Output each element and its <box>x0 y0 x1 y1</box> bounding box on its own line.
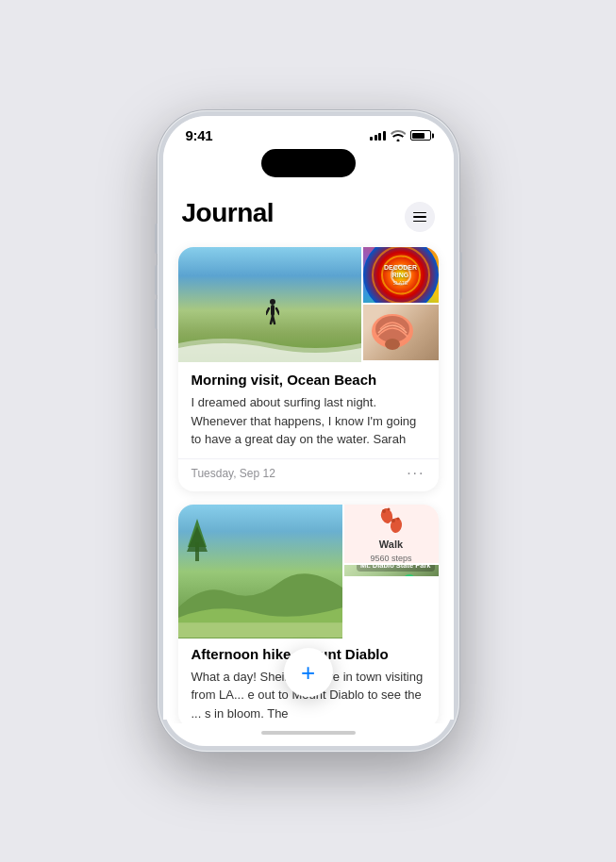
photo-collage-1: DECODERRING SLATE <box>178 247 439 360</box>
more-button-1[interactable]: ··· <box>407 465 425 482</box>
menu-button[interactable] <box>405 202 435 232</box>
walk-label: Walk <box>379 539 403 550</box>
svg-marker-16 <box>187 526 208 552</box>
entry1-date: Tuesday, Sep 12 <box>191 467 275 480</box>
collage2-right: Walk 9560 steps <box>344 505 439 571</box>
walk-tile: Walk 9560 steps <box>344 505 439 563</box>
app-header: Journal <box>163 183 454 240</box>
svg-rect-13 <box>178 623 342 638</box>
svg-line-3 <box>276 308 279 314</box>
new-entry-button[interactable]: + <box>284 648 333 697</box>
beach-photo <box>178 247 361 362</box>
page-title: Journal <box>182 198 275 228</box>
entry1-title: Morning visit, Ocean Beach <box>191 372 425 388</box>
right-col-photos: DECODERRING SLATE <box>363 247 439 304</box>
battery-icon <box>410 130 431 141</box>
map-pin-icon <box>401 574 418 576</box>
map-label: Mt. Diablo State Park <box>357 565 435 572</box>
entry1-content: Morning visit, Ocean Beach I dreamed abo… <box>178 360 439 458</box>
app-content: Journal <box>163 183 454 723</box>
home-indicator-area <box>163 723 454 746</box>
plus-icon: + <box>301 660 315 685</box>
status-bar: 9:41 <box>163 116 454 149</box>
signal-icon <box>370 131 386 141</box>
status-icons <box>370 130 431 141</box>
wifi-icon <box>391 130 406 141</box>
svg-point-12 <box>385 339 400 350</box>
decoder-ring-photo: DECODERRING SLATE <box>363 247 439 303</box>
status-time: 9:41 <box>186 127 213 143</box>
diablo-photo <box>178 505 342 638</box>
map-tile: Mt. Diablo State Park <box>344 565 439 576</box>
entry1-text: I dreamed about surfing last night. When… <box>191 393 425 449</box>
phone-frame: 9:41 Journal <box>158 110 459 752</box>
dynamic-island-area <box>163 149 454 183</box>
svg-point-19 <box>382 509 386 513</box>
surfer-silhouette <box>266 299 279 327</box>
photo-collage-2: Walk 9560 steps <box>178 505 439 637</box>
entry-card-1[interactable]: DECODERRING SLATE <box>178 247 439 491</box>
svg-point-21 <box>391 519 395 522</box>
walk-steps: 9560 steps <box>370 554 411 563</box>
seashell-photo <box>363 305 439 360</box>
seashell-svg <box>369 308 416 352</box>
svg-point-0 <box>270 299 275 305</box>
svg-line-5 <box>273 316 275 323</box>
dynamic-island <box>261 149 356 177</box>
svg-rect-1 <box>271 305 275 316</box>
home-bar <box>261 731 356 735</box>
svg-point-20 <box>387 507 390 510</box>
svg-line-2 <box>266 308 269 314</box>
footsteps-icon <box>377 505 406 535</box>
hamburger-icon <box>413 212 426 223</box>
svg-point-22 <box>396 517 399 520</box>
phone-screen: 9:41 Journal <box>163 116 454 746</box>
entry1-footer: Tuesday, Sep 12 ··· <box>178 458 439 491</box>
